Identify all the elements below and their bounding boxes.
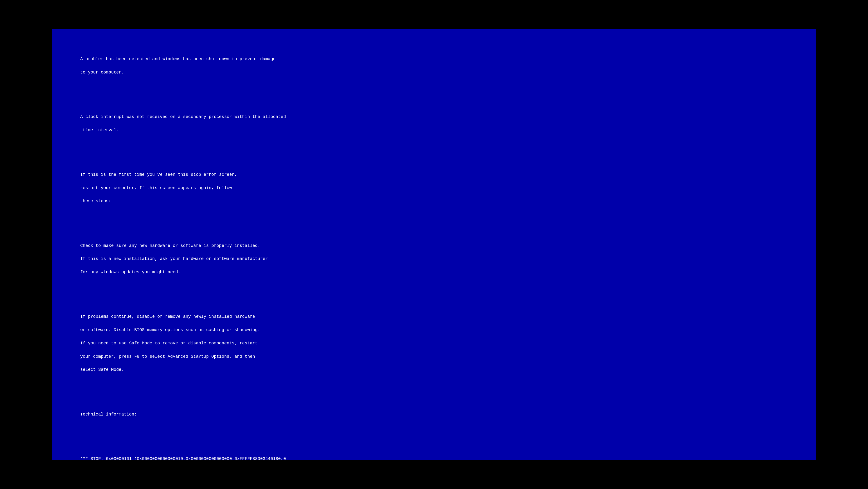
screen-outer: A problem has been detected and windows … [0,0,868,489]
line12: or software. Disable BIOS memory options… [80,327,260,332]
line1: A problem has been detected and windows … [80,57,276,61]
bsod-content: A problem has been detected and windows … [60,36,808,459]
line7: these steps: [80,199,111,203]
line5: If this is the first time you've seen th… [80,172,237,177]
line4: time interval. [80,128,119,132]
bsod-screen: A problem has been detected and windows … [52,29,816,459]
section-error-desc: A clock interrupt was not received on a … [60,107,808,140]
section-tech-info-label: Technical information: [60,404,808,425]
line14: your computer, press F8 to select Advanc… [80,354,255,359]
line3: A clock interrupt was not received on a … [80,115,286,119]
line8: Check to make sure any new hardware or s… [80,243,260,248]
line17: *** STOP: 0x00000101 (0x0000000000000019… [80,456,286,460]
line15: select Safe Mode. [80,367,124,372]
line2: to your computer. [80,70,124,75]
line10: for any windows updates you might need. [80,270,180,274]
line9: If this is a new installation, ask your … [80,256,268,261]
section-safe-mode: If problems continue, disable or remove … [60,307,808,380]
section-hardware-check: Check to make sure any new hardware or s… [60,236,808,282]
line6: restart your computer. If this screen ap… [80,186,232,190]
section-first-time: If this is the first time you've seen th… [60,165,808,211]
section-stop-code: *** STOP: 0x00000101 (0x0000000000000019… [60,449,808,460]
line13: If you need to use Safe Mode to remove o… [80,341,257,346]
line16: Technical information: [80,412,137,417]
section-header: A problem has been detected and windows … [60,49,808,82]
line11: If problems continue, disable or remove … [80,314,255,319]
